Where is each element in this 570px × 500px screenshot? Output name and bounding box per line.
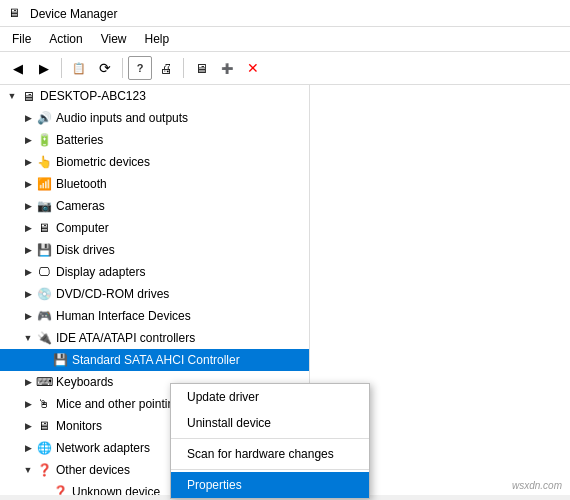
ide-icon: 🔌 xyxy=(36,330,52,346)
expand-arrow-batteries: ▶ xyxy=(20,135,36,145)
expand-arrow-network: ▶ xyxy=(20,443,36,453)
expand-arrow-ide: ▼ xyxy=(20,333,36,343)
tree-item-biometric[interactable]: ▶ 👆 Biometric devices xyxy=(0,151,309,173)
expand-arrow-audio: ▶ xyxy=(20,113,36,123)
tree-item-ide[interactable]: ▼ 🔌 IDE ATA/ATAPI controllers xyxy=(0,327,309,349)
bluetooth-icon: 📶 xyxy=(36,176,52,192)
monitor-button[interactable]: 🖥 xyxy=(189,56,213,80)
tree-item-computer[interactable]: ▶ 🖥 Computer xyxy=(0,217,309,239)
print-button[interactable]: 🖨 xyxy=(154,56,178,80)
computer-icon: 🖥 xyxy=(20,88,36,104)
tree-label-hid: Human Interface Devices xyxy=(56,309,191,323)
tree-item-diskdrives[interactable]: ▶ 💾 Disk drives xyxy=(0,239,309,261)
tree-item-root[interactable]: ▼ 🖥 DESKTOP-ABC123 xyxy=(0,85,309,107)
tree-label-root: DESKTOP-ABC123 xyxy=(40,89,146,103)
menu-bar: File Action View Help xyxy=(0,27,570,52)
watermark: wsxdn.com xyxy=(512,480,562,491)
tree-label-other: Other devices xyxy=(56,463,130,477)
tree-item-displayadapters[interactable]: ▶ 🖵 Display adapters xyxy=(0,261,309,283)
expand-arrow-diskdrives: ▶ xyxy=(20,245,36,255)
tree-item-bluetooth[interactable]: ▶ 📶 Bluetooth xyxy=(0,173,309,195)
tree-item-sata[interactable]: 💾 Standard SATA AHCI Controller xyxy=(0,349,309,371)
toolbar-separator-2 xyxy=(122,58,123,78)
context-menu-separator-1 xyxy=(171,438,369,439)
batteries-icon: 🔋 xyxy=(36,132,52,148)
tree-label-audio: Audio inputs and outputs xyxy=(56,111,188,125)
diskdrives-icon: 💾 xyxy=(36,242,52,258)
tree-item-dvd[interactable]: ▶ 💿 DVD/CD-ROM drives xyxy=(0,283,309,305)
toolbar-separator-3 xyxy=(183,58,184,78)
unknown-icon: ❓ xyxy=(52,484,68,495)
tree-label-keyboards: Keyboards xyxy=(56,375,113,389)
expand-arrow-monitors: ▶ xyxy=(20,421,36,431)
expand-arrow-displayadapters: ▶ xyxy=(20,267,36,277)
title-bar: 🖥 Device Manager xyxy=(0,0,570,27)
expand-arrow-mice: ▶ xyxy=(20,399,36,409)
computer2-icon: 🖥 xyxy=(36,220,52,236)
tree-item-hid[interactable]: ▶ 🎮 Human Interface Devices xyxy=(0,305,309,327)
tree-label-batteries: Batteries xyxy=(56,133,103,147)
help-button[interactable]: ? xyxy=(128,56,152,80)
context-menu: Update driver Uninstall device Scan for … xyxy=(170,383,370,499)
menu-help[interactable]: Help xyxy=(137,29,178,49)
expand-arrow-root: ▼ xyxy=(4,91,20,101)
title-bar-text: Device Manager xyxy=(30,7,117,21)
keyboards-icon: ⌨ xyxy=(36,374,52,390)
tree-label-bluetooth: Bluetooth xyxy=(56,177,107,191)
biometric-icon: 👆 xyxy=(36,154,52,170)
expand-arrow-biometric: ▶ xyxy=(20,157,36,167)
context-menu-scan[interactable]: Scan for hardware changes xyxy=(171,441,369,467)
tree-label-monitors: Monitors xyxy=(56,419,102,433)
menu-file[interactable]: File xyxy=(4,29,39,49)
tree-item-audio[interactable]: ▶ 🔊 Audio inputs and outputs xyxy=(0,107,309,129)
displayadapters-icon: 🖵 xyxy=(36,264,52,280)
expand-arrow-keyboards: ▶ xyxy=(20,377,36,387)
tree-label-displayadapters: Display adapters xyxy=(56,265,145,279)
mice-icon: 🖱 xyxy=(36,396,52,412)
back-button[interactable]: ◀ xyxy=(6,56,30,80)
toolbar-separator-1 xyxy=(61,58,62,78)
dvd-icon: 💿 xyxy=(36,286,52,302)
network-icon: 🌐 xyxy=(36,440,52,456)
app-icon: 🖥 xyxy=(8,6,24,22)
tree-label-unknown: Unknown device xyxy=(72,485,160,495)
context-menu-update[interactable]: Update driver xyxy=(171,384,369,410)
expand-arrow-computer: ▶ xyxy=(20,223,36,233)
tree-label-diskdrives: Disk drives xyxy=(56,243,115,257)
expand-arrow-hid: ▶ xyxy=(20,311,36,321)
expand-arrow-cameras: ▶ xyxy=(20,201,36,211)
menu-view[interactable]: View xyxy=(93,29,135,49)
expand-arrow-bluetooth: ▶ xyxy=(20,179,36,189)
audio-icon: 🔊 xyxy=(36,110,52,126)
tree-label-computer: Computer xyxy=(56,221,109,235)
refresh-button[interactable]: ⟳ xyxy=(93,56,117,80)
context-menu-separator-2 xyxy=(171,469,369,470)
cameras-icon: 📷 xyxy=(36,198,52,214)
other-icon: ❓ xyxy=(36,462,52,478)
tree-item-batteries[interactable]: ▶ 🔋 Batteries xyxy=(0,129,309,151)
context-menu-properties[interactable]: Properties xyxy=(171,472,369,498)
forward-button[interactable]: ▶ xyxy=(32,56,56,80)
tree-label-network: Network adapters xyxy=(56,441,150,455)
menu-action[interactable]: Action xyxy=(41,29,90,49)
remove-button[interactable]: ✕ xyxy=(241,56,265,80)
expand-arrow-dvd: ▶ xyxy=(20,289,36,299)
monitors-icon: 🖥 xyxy=(36,418,52,434)
hid-icon: 🎮 xyxy=(36,308,52,324)
main-content: ▼ 🖥 DESKTOP-ABC123 ▶ 🔊 Audio inputs and … xyxy=(0,85,570,495)
toolbar: ◀ ▶ 📋 ⟳ ? 🖨 🖥 ➕ ✕ xyxy=(0,52,570,85)
add-button[interactable]: ➕ xyxy=(215,56,239,80)
tree-label-cameras: Cameras xyxy=(56,199,105,213)
properties-button[interactable]: 📋 xyxy=(67,56,91,80)
tree-item-cameras[interactable]: ▶ 📷 Cameras xyxy=(0,195,309,217)
tree-label-biometric: Biometric devices xyxy=(56,155,150,169)
tree-label-sata: Standard SATA AHCI Controller xyxy=(72,353,240,367)
tree-label-dvd: DVD/CD-ROM drives xyxy=(56,287,169,301)
sata-icon: 💾 xyxy=(52,352,68,368)
tree-label-ide: IDE ATA/ATAPI controllers xyxy=(56,331,195,345)
context-menu-uninstall[interactable]: Uninstall device xyxy=(171,410,369,436)
expand-arrow-other: ▼ xyxy=(20,465,36,475)
